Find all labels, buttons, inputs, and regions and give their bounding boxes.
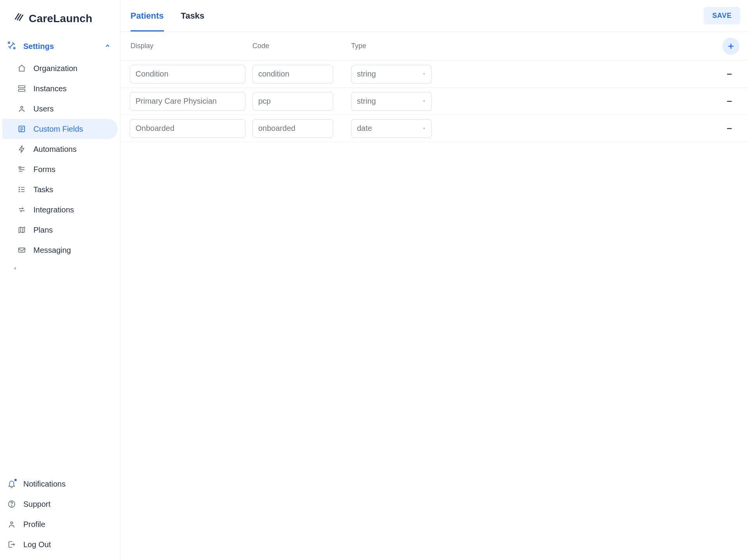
bottom-nav: Notifications Support Profile Log Out — [0, 474, 120, 560]
sidebar-item-label: Users — [33, 104, 54, 113]
tab-tasks[interactable]: Tasks — [181, 0, 205, 31]
tab-label: Patients — [130, 11, 164, 21]
nav-section-label: Settings — [23, 42, 54, 51]
sidebar: CareLaunch Settings — [0, 0, 120, 560]
sidebar-item-label: Instances — [33, 84, 67, 93]
nav-item-label: Notifications — [23, 480, 66, 489]
chevron-up-icon — [104, 42, 111, 51]
add-row-button[interactable] — [722, 38, 739, 55]
brand-icon — [14, 12, 25, 25]
nav-section-header-settings[interactable]: Settings — [2, 36, 118, 57]
sidebar-collapse-button[interactable] — [2, 260, 118, 275]
map-icon — [17, 225, 26, 235]
remove-row-button[interactable] — [724, 69, 735, 80]
nav-item-label: Support — [23, 500, 50, 509]
sidebar-item-messaging[interactable]: Messaging — [2, 240, 118, 260]
help-icon — [7, 499, 16, 509]
table-row: string — [120, 61, 748, 88]
column-header-action — [722, 38, 748, 55]
tab-label: Tasks — [181, 11, 205, 21]
user-icon — [7, 520, 16, 529]
bell-icon — [7, 479, 16, 489]
column-header-type: Type — [351, 42, 450, 50]
app: CareLaunch Settings — [0, 0, 748, 560]
svg-point-16 — [19, 187, 20, 188]
table-row: date — [120, 115, 748, 142]
column-header-code: Code — [252, 42, 351, 50]
svg-point-3 — [8, 42, 10, 43]
sidebar-item-label: Automations — [33, 145, 77, 154]
main: Patients Tasks SAVE Display Code Type — [120, 0, 748, 560]
sidebar-item-instances[interactable]: Instances — [2, 78, 118, 99]
sidebar-item-plans[interactable]: Plans — [2, 220, 118, 240]
sidebar-item-organization[interactable]: Organization — [2, 58, 118, 78]
svg-point-18 — [19, 189, 20, 190]
logout-icon — [7, 540, 16, 549]
bolt-icon — [17, 144, 26, 154]
sidebar-item-label: Integrations — [33, 205, 74, 214]
nav-item-logout[interactable]: Log Out — [0, 534, 118, 555]
sidebar-item-label: Messaging — [33, 246, 71, 255]
sidebar-item-label: Organization — [33, 64, 77, 73]
type-select-value: string — [357, 97, 376, 106]
nav-item-profile[interactable]: Profile — [0, 514, 118, 534]
display-input[interactable] — [130, 65, 245, 83]
brand-name: CareLaunch — [29, 12, 92, 25]
code-input[interactable] — [252, 65, 333, 83]
tools-icon — [7, 41, 16, 52]
type-select[interactable]: date — [351, 119, 432, 138]
notification-dot — [14, 478, 17, 482]
sidebar-item-tasks[interactable]: Tasks — [2, 179, 118, 200]
remove-row-button[interactable] — [724, 123, 735, 134]
svg-rect-12 — [19, 167, 21, 169]
rows: string — [120, 61, 748, 142]
sidebar-item-forms[interactable]: Forms — [2, 159, 118, 179]
sidebar-item-label: Forms — [33, 165, 56, 174]
nav-item-label: Log Out — [23, 540, 51, 549]
svg-rect-22 — [19, 248, 25, 252]
svg-rect-6 — [19, 89, 25, 92]
tabs: Patients Tasks — [130, 0, 204, 31]
stack-icon — [17, 84, 26, 93]
sidebar-item-label: Custom Fields — [33, 125, 83, 134]
nav-section: Settings Organization Instances — [0, 34, 120, 275]
code-input[interactable] — [252, 92, 333, 111]
caret-down-icon — [421, 97, 427, 106]
svg-point-25 — [10, 522, 13, 524]
table-row: string — [120, 88, 748, 115]
sidebar-item-automations[interactable]: Automations — [2, 139, 118, 159]
remove-row-button[interactable] — [724, 96, 735, 107]
caret-down-icon — [421, 124, 427, 133]
nav-item-notifications[interactable]: Notifications — [0, 474, 118, 494]
caret-down-icon — [421, 70, 427, 78]
type-select-value: date — [357, 124, 372, 133]
list-box-icon — [17, 124, 26, 134]
code-input[interactable] — [252, 119, 333, 138]
topbar: Patients Tasks SAVE — [120, 0, 748, 32]
list-icon — [17, 185, 26, 194]
column-headers: Display Code Type — [120, 32, 748, 61]
tab-patients[interactable]: Patients — [130, 0, 164, 31]
type-select[interactable]: string — [351, 92, 432, 111]
arrows-icon — [17, 205, 26, 214]
save-button[interactable]: SAVE — [704, 7, 740, 24]
subnav: Organization Instances Users — [2, 57, 118, 260]
form-icon — [17, 165, 26, 174]
type-select[interactable]: string — [351, 65, 432, 83]
display-input[interactable] — [130, 119, 245, 138]
sidebar-item-label: Plans — [33, 226, 53, 235]
display-input[interactable] — [130, 92, 245, 111]
type-select-value: string — [357, 70, 376, 78]
sidebar-item-users[interactable]: Users — [2, 99, 118, 119]
sidebar-spacer — [0, 275, 120, 474]
sidebar-item-integrations[interactable]: Integrations — [2, 200, 118, 220]
sidebar-item-custom-fields[interactable]: Custom Fields — [2, 119, 118, 139]
nav-item-label: Profile — [23, 520, 45, 529]
column-header-display: Display — [120, 42, 252, 50]
svg-point-20 — [19, 191, 20, 192]
nav-item-support[interactable]: Support — [0, 494, 118, 514]
brand: CareLaunch — [0, 7, 120, 34]
svg-rect-5 — [19, 86, 25, 88]
user-ic= -icon — [17, 104, 26, 113]
svg-point-24 — [11, 506, 12, 506]
